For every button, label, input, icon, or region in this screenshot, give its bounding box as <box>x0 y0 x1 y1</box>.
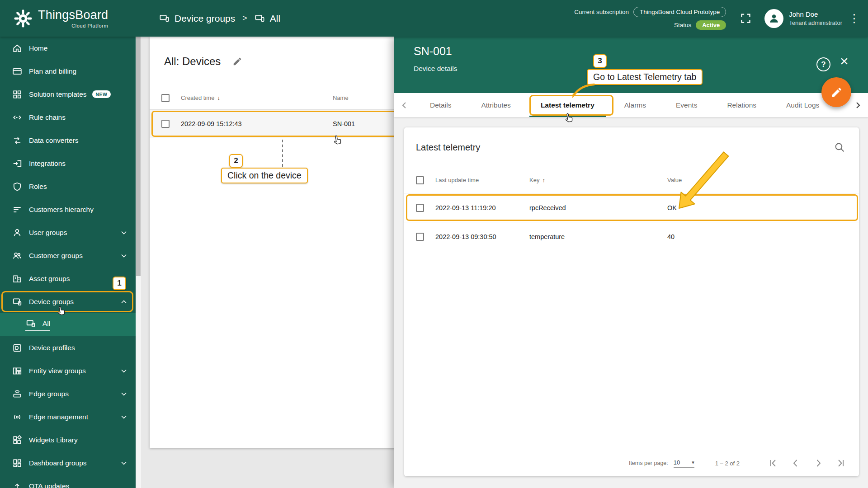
previous-page-button[interactable] <box>789 457 802 469</box>
chevron-right-icon <box>813 458 824 469</box>
sidebar-item-rule-chains[interactable]: Rule chains <box>0 106 136 129</box>
items-per-page-select[interactable]: 10 ▾ <box>674 459 694 468</box>
sidebar-item-entity-view-groups[interactable]: Entity view groups <box>0 359 136 382</box>
users-icon <box>12 251 23 261</box>
device-details-panel: SN-001 Device details ? × 3 Go to Latest… <box>394 37 868 488</box>
next-page-button[interactable] <box>812 457 825 469</box>
last-update-column-header[interactable]: Last update time <box>435 177 529 183</box>
sidebar-item-ota-updates[interactable]: OTA updates <box>0 474 136 488</box>
items-per-page-label: Items per page: <box>629 460 668 466</box>
sidebar-item-device-groups-all[interactable]: All <box>0 313 136 336</box>
sidebar-item-solution-templates[interactable]: Solution templates NEW <box>0 83 136 106</box>
sidebar-item-home[interactable]: Home <box>0 37 136 60</box>
telemetry-row-temperature[interactable]: 2022-09-13 09:30:50 temperature 40 <box>404 222 859 251</box>
sidebar-scrollbar <box>136 37 141 488</box>
tab-attributes[interactable]: Attributes <box>466 93 525 117</box>
device-group-icon <box>12 297 23 307</box>
sidebar-item-device-groups[interactable]: Device groups <box>0 290 136 313</box>
devices-table-header: Created time ↓ Name <box>150 86 402 110</box>
rule-chains-icon <box>12 113 23 122</box>
person-icon <box>768 12 780 25</box>
help-button[interactable]: ? <box>816 57 830 71</box>
device-details-title: SN-001 <box>414 45 452 58</box>
search-button[interactable] <box>834 142 845 153</box>
tab-details[interactable]: Details <box>415 93 466 117</box>
tab-alarms[interactable]: Alarms <box>609 93 661 117</box>
sidebar-item-label: Rule chains <box>29 113 66 122</box>
breadcrumb-device-groups[interactable]: Device groups <box>159 13 235 24</box>
sidebar-scrollbar-thumb[interactable] <box>136 37 141 276</box>
step3-arrow-icon <box>561 82 602 100</box>
subscription-label: Current subscription <box>574 9 629 15</box>
sidebar-item-widgets-library[interactable]: Widgets Library <box>0 428 136 451</box>
select-all-checkbox[interactable] <box>161 94 170 102</box>
sidebar-item-label: Device groups <box>29 298 74 306</box>
edit-device-fab[interactable] <box>821 77 851 107</box>
device-details-subtitle: Device details <box>414 65 458 73</box>
sidebar-item-customers-hierarchy[interactable]: Customers hierarchy <box>0 198 136 221</box>
sidebar-item-roles[interactable]: Roles <box>0 175 136 198</box>
chevron-down-icon <box>119 459 128 468</box>
sidebar-item-label: Integrations <box>29 160 66 168</box>
step3-number: 3 <box>593 54 607 68</box>
chevron-down-icon <box>119 228 128 237</box>
select-all-checkbox[interactable] <box>416 176 424 184</box>
sidebar-item-dashboard-groups[interactable]: Dashboard groups <box>0 451 136 474</box>
device-profiles-icon <box>12 343 23 353</box>
device-created-time: 2022-09-09 15:12:43 <box>181 120 333 127</box>
breadcrumb-all[interactable]: All <box>255 13 280 24</box>
name-column-header[interactable]: Name <box>333 94 402 101</box>
kebab-menu-icon[interactable]: ⋮ <box>849 13 860 24</box>
sidebar-item-label: Entity view groups <box>29 367 86 375</box>
subscription-block: Current subscription ThingsBoard Cloud P… <box>574 7 726 30</box>
device-details-header: SN-001 Device details ? × 3 Go to Latest… <box>394 37 868 93</box>
edge-management-icon <box>12 412 23 422</box>
sidebar-item-plan-billing[interactable]: Plan and billing <box>0 60 136 83</box>
sidebar-item-customer-groups[interactable]: Customer groups <box>0 244 136 267</box>
device-group-icon <box>255 13 265 23</box>
user-role: Tenant administrator <box>789 19 842 26</box>
sidebar-item-label: All <box>42 319 50 328</box>
sidebar-item-data-converters[interactable]: Data converters <box>0 129 136 152</box>
sidebar-item-device-profiles[interactable]: Device profiles <box>0 336 136 359</box>
last-page-button[interactable] <box>835 457 847 469</box>
sidebar-item-label: OTA updates <box>29 482 69 488</box>
created-time-column-header[interactable]: Created time <box>181 94 214 101</box>
devices-page-title: All: Devices <box>164 55 221 68</box>
step2-connector-line <box>282 140 283 167</box>
tab-relations[interactable]: Relations <box>712 93 771 117</box>
row-checkbox[interactable] <box>416 204 424 212</box>
chevron-right-icon <box>852 100 863 111</box>
device-row-sn-001[interactable]: 2022-09-09 15:12:43 SN-001 <box>150 110 402 138</box>
breadcrumb: Device groups > All <box>159 13 280 24</box>
first-page-button[interactable] <box>767 457 779 469</box>
thingsboard-logo[interactable]: ThingsBoard Cloud Platform <box>0 8 136 29</box>
close-icon[interactable]: × <box>840 54 849 68</box>
edge-router-icon <box>12 389 23 399</box>
chevron-down-icon <box>119 389 128 399</box>
fullscreen-button[interactable] <box>740 12 752 24</box>
status-badge: Active <box>696 20 726 30</box>
row-checkbox[interactable] <box>161 120 170 128</box>
last-page-icon <box>835 458 846 469</box>
sidebar-item-edge-management[interactable]: Edge management <box>0 405 136 428</box>
latest-telemetry-card: Latest telemetry Last update time Key ↑ … <box>404 127 859 476</box>
tabs-scroll-left-button[interactable] <box>394 93 415 117</box>
new-badge: NEW <box>92 90 111 98</box>
key-column-header[interactable]: Key <box>529 177 539 183</box>
roles-shield-icon <box>12 182 23 192</box>
telemetry-row-rpcReceived[interactable]: 2022-09-13 11:19:20 rpcReceived OK <box>404 193 859 222</box>
telemetry-key: temperature <box>529 233 667 240</box>
sidebar-item-user-groups[interactable]: User groups <box>0 221 136 244</box>
sidebar-item-edge-groups[interactable]: Edge groups <box>0 382 136 405</box>
hierarchy-lines-icon <box>12 205 23 215</box>
sidebar-item-label: Home <box>29 44 47 52</box>
hand-cursor-icon <box>563 112 576 124</box>
row-checkbox[interactable] <box>416 233 424 241</box>
user-menu[interactable]: John Doe Tenant administrator <box>764 9 842 28</box>
sidebar-item-label: Plan and billing <box>29 67 76 75</box>
sidebar-item-integrations[interactable]: Integrations <box>0 152 136 175</box>
paginator-range-label: 1 – 2 of 2 <box>715 460 740 467</box>
tab-events[interactable]: Events <box>661 93 712 117</box>
edit-group-button[interactable] <box>232 56 242 66</box>
